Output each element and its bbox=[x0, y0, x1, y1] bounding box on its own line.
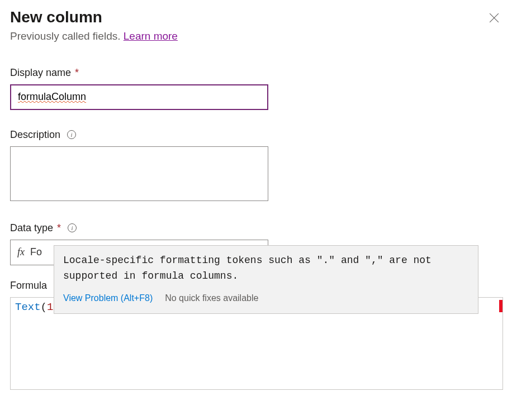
formula-token-function: Text bbox=[15, 301, 41, 313]
formula-label: Formula bbox=[10, 280, 47, 292]
description-label: Description bbox=[10, 129, 60, 141]
error-tooltip: Locale-specific formatting tokens such a… bbox=[54, 245, 478, 314]
close-icon bbox=[489, 13, 499, 23]
learn-more-link[interactable]: Learn more bbox=[124, 30, 178, 42]
no-fix-text: No quick fixes available bbox=[165, 291, 258, 306]
description-section: Description i bbox=[10, 129, 502, 203]
data-type-section: Data type * i fx Fo Locale-specific form… bbox=[10, 222, 502, 265]
required-marker: * bbox=[54, 222, 61, 233]
error-scroll-marker bbox=[499, 300, 502, 312]
close-button[interactable] bbox=[486, 10, 502, 26]
fx-icon: fx bbox=[17, 246, 25, 258]
description-input[interactable] bbox=[10, 146, 268, 201]
formula-token-paren: ( bbox=[41, 301, 47, 313]
display-name-label: Display name * bbox=[10, 67, 79, 79]
info-icon[interactable]: i bbox=[67, 130, 76, 139]
required-marker: * bbox=[72, 67, 79, 78]
view-problem-link[interactable]: View Problem (Alt+F8) bbox=[63, 291, 153, 306]
panel-title: New column bbox=[10, 8, 102, 27]
display-name-input[interactable] bbox=[10, 84, 268, 110]
data-type-label: Data type * bbox=[10, 222, 61, 234]
formula-token-number: 1 bbox=[47, 301, 53, 313]
panel-subtitle: Previously called fields. Learn more bbox=[10, 30, 502, 42]
display-name-section: Display name * bbox=[10, 67, 502, 110]
data-type-value: Fo bbox=[30, 246, 42, 258]
info-icon[interactable]: i bbox=[68, 223, 77, 232]
subtitle-text: Previously called fields. bbox=[10, 30, 124, 42]
tooltip-message: Locale-specific formatting tokens such a… bbox=[63, 252, 469, 285]
